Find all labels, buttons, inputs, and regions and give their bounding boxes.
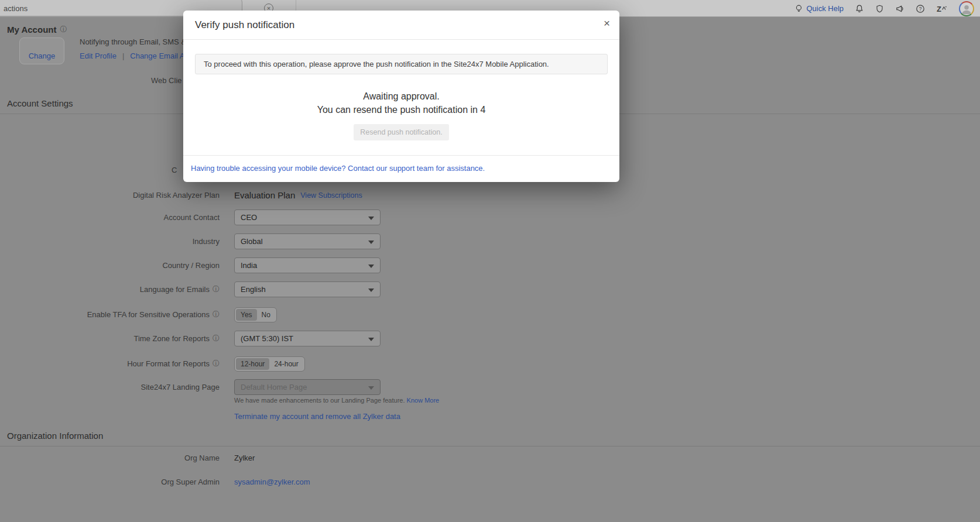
plan-value: Evaluation Plan [234, 190, 295, 200]
dialog-title: Verify push notification [195, 19, 294, 31]
field-row-org-name: Org Name Zylker [0, 450, 255, 466]
change-photo-button[interactable]: Change [19, 37, 64, 64]
chevron-down-icon [368, 289, 374, 292]
country-select[interactable]: India [234, 257, 381, 273]
chevron-down-icon [368, 217, 374, 220]
industry-label: Industry [193, 237, 220, 246]
field-row-landing-page: Site24x7 Landing Page Default Home Page [0, 379, 381, 395]
change-photo-label: Change [29, 51, 56, 60]
status-line-1: Awaiting approval. [183, 90, 619, 103]
language-value: English [241, 285, 266, 294]
user-avatar[interactable] [959, 1, 974, 16]
notifications-bell-icon[interactable] [855, 4, 864, 13]
field-row-org-super-admin: Org Super Admin sysadmin@zylker.com [0, 474, 310, 490]
org-super-admin-label: Org Super Admin [161, 478, 220, 486]
profile-links: Edit Profile | Change Email Addr [80, 51, 196, 60]
plan-label: Digital Risk Analyzer Plan [133, 191, 220, 200]
chevron-down-icon [368, 338, 374, 341]
status-line-2: You can resend the push notification in … [183, 103, 619, 116]
timezone-value: (GMT 5:30) IST [241, 334, 293, 343]
org-name-value: Zylker [234, 454, 255, 462]
info-icon: ⓘ [60, 25, 67, 35]
landing-page-label: Site24x7 Landing Page [141, 383, 220, 392]
dialog-header: Verify push notification × [183, 11, 619, 40]
info-icon: ⓘ [213, 284, 220, 294]
edit-profile-link[interactable]: Edit Profile [80, 51, 116, 60]
country-value: India [241, 261, 257, 270]
landing-page-helper: We have made enhancements to our Landing… [234, 397, 439, 404]
org-name-label: Org Name [184, 454, 220, 462]
field-row-industry: Industry Global [0, 233, 381, 249]
field-row-hour-format: Hour Format for Reports ⓘ 12-hour 24-hou… [0, 356, 305, 372]
tfa-option-no[interactable]: No [257, 309, 275, 321]
field-row-account-contact: Account Contact CEO [0, 210, 381, 225]
section-organization-information: Organization Information [0, 431, 980, 447]
quick-help-button[interactable]: Quick Help [794, 4, 844, 13]
landing-page-select-disabled[interactable]: Default Home Page [234, 379, 381, 395]
language-select[interactable]: English [234, 281, 381, 297]
hour-format-24[interactable]: 24-hour [269, 358, 303, 370]
avatar-silhouette [960, 2, 973, 15]
chevron-down-icon [368, 241, 374, 244]
field-row-country: Country / Region India [0, 257, 381, 273]
dialog-status-text: Awaiting approval. You can resend the pu… [183, 90, 619, 116]
page-title: My Account ⓘ [7, 25, 67, 35]
security-shield-icon[interactable] [875, 4, 884, 13]
org-super-admin-email-link[interactable]: sysadmin@zylker.com [234, 478, 310, 486]
site24x7-my-account-page: actions × Quick Help [0, 0, 980, 522]
notification-mode-text: Notifying through Email, SMS & Vo [80, 37, 197, 46]
resend-push-notification-button[interactable]: Resend push notification. [354, 124, 448, 140]
question-glyph: ? [919, 6, 922, 12]
info-icon: ⓘ [213, 334, 220, 344]
account-contact-label: Account Contact [164, 213, 220, 222]
country-label: Country / Region [162, 261, 220, 270]
links-separator: | [122, 51, 124, 60]
dialog-actions: Resend push notification. [183, 124, 619, 140]
hour-format-label: Hour Format for Reports [127, 359, 210, 368]
info-icon: ⓘ [213, 359, 220, 369]
chevron-down-icon [368, 386, 374, 390]
tfa-toggle: Yes No [234, 307, 277, 322]
lightbulb-icon [794, 4, 803, 13]
tfa-label: Enable TFA for Sensitive Operations [87, 310, 210, 319]
hour-format-toggle: 12-hour 24-hour [234, 356, 305, 372]
industry-value: Global [241, 237, 263, 246]
tfa-option-yes[interactable]: Yes [236, 309, 257, 321]
view-subscriptions-link[interactable]: View Subscriptions [300, 191, 362, 200]
contact-support-link[interactable]: Having trouble accessing your mobile dev… [191, 164, 485, 173]
help-question-icon[interactable]: ? [916, 4, 925, 13]
hour-format-12[interactable]: 12-hour [236, 358, 269, 370]
field-row-tfa: Enable TFA for Sensitive Operations ⓘ Ye… [0, 307, 277, 322]
quick-help-label: Quick Help [806, 4, 844, 13]
timezone-select[interactable]: (GMT 5:30) IST [234, 331, 381, 346]
industry-select[interactable]: Global [234, 233, 381, 249]
account-contact-value: CEO [241, 213, 257, 222]
verify-push-notification-dialog: Verify push notification × To proceed wi… [183, 11, 619, 182]
field-row-language: Language for Emails ⓘ English [0, 281, 381, 297]
landing-page-value: Default Home Page [241, 383, 307, 392]
announcements-megaphone-icon[interactable] [895, 4, 904, 13]
search-input-value: actions [4, 4, 28, 13]
topbar-actions: Quick Help [794, 0, 974, 17]
chevron-down-icon [368, 265, 374, 268]
zia-assistant-icon[interactable]: Z [936, 4, 948, 13]
dialog-info-banner: To proceed with this operation, please a… [195, 54, 608, 74]
field-row-timezone: Time Zone for Reports ⓘ (GMT 5:30) IST [0, 331, 381, 346]
timezone-label: Time Zone for Reports [133, 334, 210, 343]
covered-label-fragment: C [172, 166, 177, 174]
dialog-footer: Having trouble accessing your mobile dev… [183, 155, 619, 182]
language-label: Language for Emails [140, 285, 210, 294]
page-title-text: My Account [7, 25, 56, 35]
zia-glyph: Z [937, 5, 941, 13]
account-contact-select[interactable]: CEO [234, 210, 381, 225]
terminate-account-link[interactable]: Terminate my account and remove all Zylk… [234, 412, 400, 421]
know-more-link[interactable]: Know More [407, 397, 440, 404]
web-client-text-fragment: Web Clie [151, 76, 182, 85]
field-row-plan: Digital Risk Analyzer Plan Evaluation Pl… [0, 187, 362, 203]
close-icon[interactable]: × [604, 18, 610, 29]
landing-page-helper-text: We have made enhancements to our Landing… [234, 397, 405, 404]
info-icon: ⓘ [213, 310, 220, 320]
